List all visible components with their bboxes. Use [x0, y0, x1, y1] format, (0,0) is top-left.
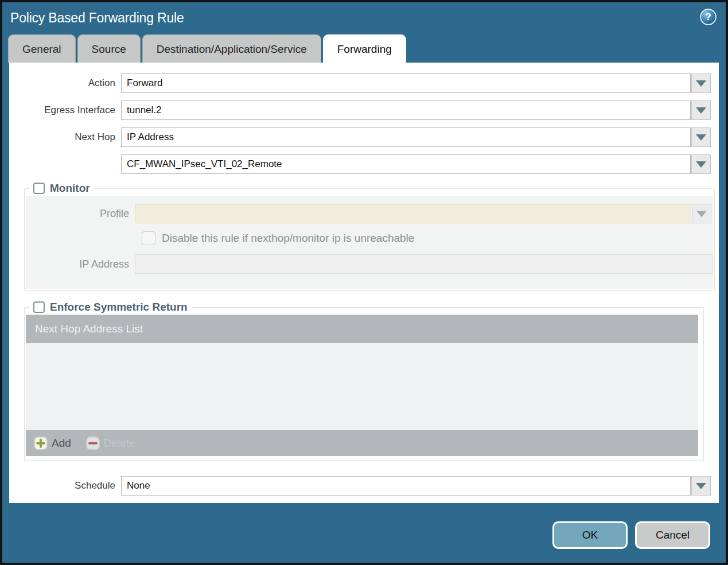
enforce-symmetric-return-legend: Enforce Symmetric Return	[50, 301, 188, 314]
profile-row: Profile	[33, 204, 713, 223]
egress-interface-select[interactable]: tunnel.2	[121, 100, 691, 120]
plus-icon	[34, 436, 48, 450]
next-hop-address-select[interactable]: CF_MWAN_IPsec_VTI_02_Remote	[121, 154, 691, 174]
monitor-section: Monitor Profile Disable this rule if nex…	[24, 182, 715, 291]
next-hop-address-list-table: Next Hop Address List Add Delete	[26, 315, 698, 456]
tab-bar: General Source Destination/Application/S…	[8, 34, 726, 63]
chevron-down-icon	[696, 80, 706, 87]
table-footer: Add Delete	[26, 430, 698, 456]
chevron-down-icon	[696, 161, 706, 168]
disable-rule-row: Disable this rule if nexthop/monitor ip …	[142, 231, 713, 245]
enforce-symmetric-return-checkbox[interactable]	[33, 301, 45, 313]
action-dropdown-button[interactable]	[691, 73, 711, 93]
delete-button-label: Delete	[104, 437, 135, 450]
egress-interface-row: Egress Interface tunnel.2	[9, 100, 719, 120]
tab-general[interactable]: General	[8, 34, 76, 63]
next-hop-address-dropdown-button[interactable]	[691, 154, 711, 174]
monitor-ip-address-input	[135, 254, 713, 274]
next-hop-type-dropdown-button[interactable]	[691, 127, 711, 147]
monitor-box: Profile Disable this rule if nexthop/mon…	[26, 196, 713, 289]
schedule-label: Schedule	[9, 480, 121, 492]
monitor-legend: Monitor	[50, 182, 90, 195]
table-header: Next Hop Address List	[26, 315, 698, 343]
disable-rule-label: Disable this rule if nexthop/monitor ip …	[162, 232, 414, 245]
monitor-ip-address-label: IP Address	[33, 258, 135, 270]
dialog-titlebar: Policy Based Forwarding Rule ?	[2, 2, 726, 34]
action-select[interactable]: Forward	[121, 73, 691, 93]
tab-forwarding[interactable]: Forwarding	[323, 34, 406, 63]
schedule-row: Schedule None	[9, 476, 719, 496]
minus-icon	[86, 436, 100, 450]
help-icon: ?	[705, 11, 711, 23]
chevron-down-icon	[696, 107, 706, 114]
disable-rule-checkbox	[142, 231, 155, 245]
schedule-dropdown-button[interactable]	[691, 476, 711, 496]
table-header-label: Next Hop Address List	[35, 323, 143, 335]
profile-label: Profile	[33, 208, 135, 220]
profile-select	[135, 204, 691, 223]
delete-button: Delete	[86, 436, 135, 450]
action-row: Action Forward	[9, 73, 719, 93]
ok-button[interactable]: OK	[552, 521, 628, 549]
profile-dropdown-button	[692, 204, 711, 223]
next-hop-row: Next Hop IP Address	[9, 127, 719, 147]
monitor-checkbox[interactable]	[33, 183, 45, 194]
enforce-symmetric-return-section: Enforce Symmetric Return Next Hop Addres…	[24, 301, 704, 461]
add-button[interactable]: Add	[34, 436, 71, 450]
next-hop-address-row: CF_MWAN_IPsec_VTI_02_Remote	[9, 154, 719, 174]
chevron-down-icon	[696, 134, 706, 141]
next-hop-label: Next Hop	[9, 131, 121, 143]
add-button-label: Add	[52, 437, 71, 450]
cancel-button[interactable]: Cancel	[635, 521, 710, 549]
dialog-footer: OK Cancel	[552, 521, 710, 549]
egress-interface-dropdown-button[interactable]	[691, 100, 711, 120]
tab-destination-application-service[interactable]: Destination/Application/Service	[142, 34, 321, 63]
chevron-down-icon	[696, 483, 706, 489]
tab-source[interactable]: Source	[77, 34, 141, 63]
help-button[interactable]: ?	[700, 9, 717, 25]
schedule-select[interactable]: None	[121, 476, 691, 496]
egress-interface-label: Egress Interface	[9, 105, 121, 116]
forwarding-tab-panel: Action Forward Egress Interface tunnel.2…	[9, 63, 719, 503]
dialog-title: Policy Based Forwarding Rule	[10, 10, 726, 26]
monitor-ip-address-row: IP Address	[33, 254, 713, 274]
next-hop-type-select[interactable]: IP Address	[121, 127, 691, 147]
action-label: Action	[9, 78, 121, 89]
chevron-down-icon	[696, 211, 707, 217]
table-body-empty	[26, 343, 698, 430]
